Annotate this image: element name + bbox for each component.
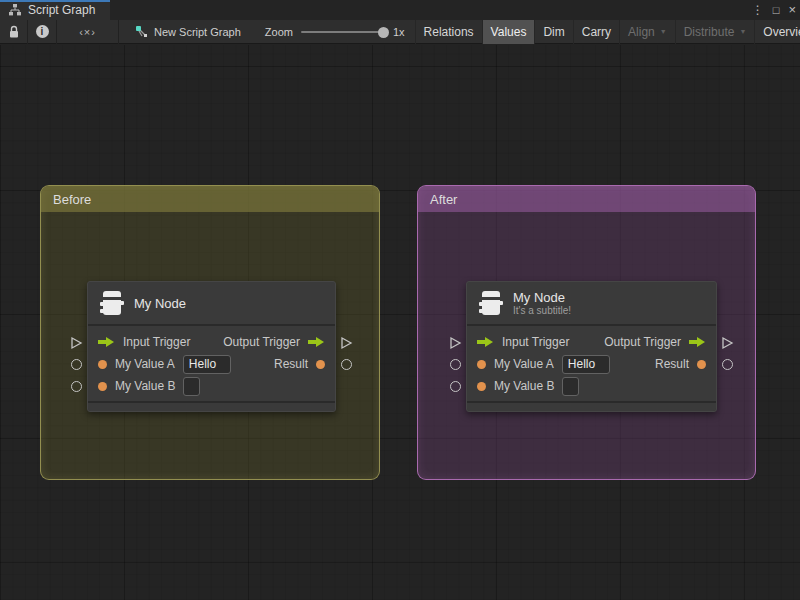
value-b-input[interactable] (183, 377, 200, 396)
port-label: Result (655, 357, 689, 371)
distribute-dropdown[interactable]: Distribute ▼ (675, 20, 755, 44)
node-body: Input Trigger Output Trigger My Value A … (88, 326, 335, 401)
trigger-arrow-icon (308, 336, 325, 348)
outer-value-handle[interactable] (450, 359, 461, 370)
tab-script-graph[interactable]: Script Graph (0, 0, 110, 20)
carry-label: Carry (582, 25, 611, 39)
zoom-slider[interactable] (301, 31, 385, 33)
port-label: Result (274, 357, 308, 371)
graph-canvas[interactable]: Before After My Node (0, 45, 800, 600)
outer-trigger-handle[interactable] (340, 336, 353, 350)
node-before[interactable]: My Node Input Trigger Output Trigger (87, 281, 336, 412)
group-title: After (430, 192, 457, 207)
node-title: My Node (513, 290, 571, 305)
window-menu-icon[interactable]: ⋮ (752, 0, 764, 20)
value-port-icon (477, 360, 486, 369)
node-subtitle: It's a subtitle! (513, 305, 571, 317)
outer-value-handle[interactable] (71, 359, 82, 370)
value-a-input[interactable] (183, 355, 231, 374)
code-icon: ‹×› (79, 26, 96, 38)
window-controls: ⋮ □ × (752, 0, 796, 20)
port-row-value-a: My Value A Result (88, 353, 335, 375)
port-row-value-b: My Value B (88, 375, 335, 397)
trigger-arrow-icon (689, 336, 706, 348)
input-trigger-port[interactable]: Input Trigger (477, 335, 569, 349)
inspector-button[interactable]: i (28, 20, 56, 44)
zoom-control: Zoom 1x (265, 26, 413, 38)
port-label: Input Trigger (502, 335, 569, 349)
group-before-header[interactable]: Before (41, 186, 379, 212)
values-label: Values (491, 25, 527, 39)
group-after-header[interactable]: After (418, 186, 755, 212)
outer-trigger-handle[interactable] (721, 336, 734, 350)
info-icon: i (36, 25, 49, 38)
carry-button[interactable]: Carry (573, 20, 619, 44)
trigger-arrow-icon (477, 336, 494, 348)
input-trigger-port[interactable]: Input Trigger (98, 335, 190, 349)
port-label: My Value B (494, 379, 554, 393)
trigger-arrow-icon (98, 336, 115, 348)
result-port[interactable]: Result (655, 357, 706, 371)
relations-label: Relations (424, 25, 474, 39)
value-a-port[interactable]: My Value A (477, 355, 610, 374)
port-row-triggers: Input Trigger Output Trigger (88, 331, 335, 353)
close-icon[interactable]: × (788, 0, 796, 20)
tab-bar: Script Graph ⋮ □ × (0, 0, 800, 20)
lock-button[interactable] (0, 20, 27, 44)
outer-trigger-handle[interactable] (70, 336, 83, 350)
overview-button[interactable]: Overview (754, 20, 800, 44)
relations-button[interactable]: Relations (415, 20, 482, 44)
align-dropdown[interactable]: Align ▼ (619, 20, 675, 44)
port-row-value-a: My Value A Result (467, 353, 716, 375)
node-body: Input Trigger Output Trigger My Value A … (467, 326, 716, 401)
lock-icon (8, 25, 20, 39)
chevron-down-icon: ▼ (739, 28, 746, 35)
values-button[interactable]: Values (482, 20, 535, 44)
value-port-icon (98, 382, 107, 391)
outer-value-handle[interactable] (450, 381, 461, 392)
graph-hierarchy-icon (8, 4, 22, 16)
script-graph-window: Script Graph ⋮ □ × i ‹×› (0, 0, 800, 600)
unit-node-icon (479, 290, 503, 316)
value-port-icon (316, 360, 325, 369)
port-label: Input Trigger (123, 335, 190, 349)
zoom-value: 1x (393, 26, 405, 38)
port-row-value-b: My Value B (467, 375, 716, 397)
outer-value-handle[interactable] (341, 359, 352, 370)
distribute-label: Distribute (684, 25, 735, 39)
graph-name-label: New Script Graph (154, 26, 241, 38)
value-port-icon (697, 360, 706, 369)
outer-value-handle[interactable] (71, 381, 82, 392)
tab-title: Script Graph (28, 3, 95, 17)
value-port-icon (98, 360, 107, 369)
port-label: My Value B (115, 379, 175, 393)
dim-button[interactable]: Dim (534, 20, 572, 44)
value-b-port[interactable]: My Value B (477, 377, 579, 396)
node-header[interactable]: My Node (88, 282, 335, 326)
chevron-down-icon: ▼ (660, 28, 667, 35)
value-b-input[interactable] (562, 377, 579, 396)
dim-label: Dim (543, 25, 564, 39)
unit-node-icon (100, 290, 124, 316)
node-footer (88, 401, 335, 411)
value-b-port[interactable]: My Value B (98, 377, 200, 396)
output-trigger-port[interactable]: Output Trigger (604, 335, 706, 349)
output-trigger-port[interactable]: Output Trigger (223, 335, 325, 349)
port-label: My Value A (115, 357, 175, 371)
port-row-triggers: Input Trigger Output Trigger (467, 331, 716, 353)
node-after[interactable]: My Node It's a subtitle! Input Trigger O… (466, 281, 717, 412)
value-a-port[interactable]: My Value A (98, 355, 231, 374)
outer-trigger-handle[interactable] (449, 336, 462, 350)
port-label: My Value A (494, 357, 554, 371)
outer-value-handle[interactable] (722, 359, 733, 370)
overview-label: Overview (763, 25, 800, 39)
zoom-slider-handle[interactable] (378, 27, 389, 38)
group-title: Before (53, 192, 91, 207)
graph-breadcrumb[interactable]: New Script Graph (135, 25, 241, 38)
value-a-input[interactable] (562, 355, 610, 374)
code-preview-button[interactable]: ‹×› (57, 20, 118, 44)
port-label: Output Trigger (604, 335, 681, 349)
result-port[interactable]: Result (274, 357, 325, 371)
maximize-icon[interactable]: □ (773, 0, 780, 20)
node-header[interactable]: My Node It's a subtitle! (467, 282, 716, 326)
